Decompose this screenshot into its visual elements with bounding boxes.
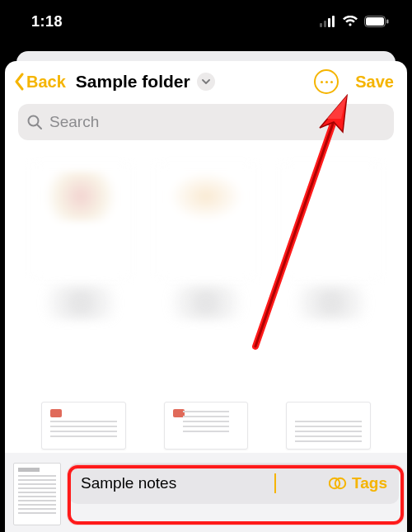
modal-sheet: Back Sample folder Save Search [5, 61, 407, 532]
chevron-down-icon [202, 79, 210, 85]
svg-line-8 [37, 125, 41, 129]
page-thumbnail[interactable] [164, 402, 249, 450]
svg-rect-0 [320, 23, 322, 27]
svg-rect-2 [328, 18, 330, 27]
svg-rect-1 [324, 21, 326, 27]
tags-button[interactable]: Tags [329, 474, 387, 492]
search-icon [26, 114, 43, 130]
page-thumbnail[interactable] [286, 402, 371, 450]
ellipsis-icon [321, 81, 323, 83]
search-placeholder: Search [49, 113, 99, 131]
note-preview-thumbnail[interactable] [13, 463, 61, 525]
wifi-icon [342, 16, 358, 27]
svg-rect-5 [366, 17, 384, 26]
status-icons [320, 16, 389, 27]
note-tile[interactable] [28, 163, 133, 320]
folder-dropdown-button[interactable] [197, 73, 215, 91]
page-thumbnail-row [5, 402, 407, 450]
svg-rect-3 [332, 16, 335, 27]
save-button[interactable]: Save [355, 73, 394, 92]
note-tile[interactable] [279, 163, 384, 320]
search-field[interactable]: Search [18, 104, 394, 140]
more-options-button[interactable] [314, 69, 339, 94]
status-time: 1:18 [31, 13, 63, 31]
note-name-field-container: Tags [69, 463, 399, 504]
tags-label: Tags [352, 474, 387, 492]
text-cursor [274, 473, 276, 493]
back-label: Back [26, 73, 66, 92]
svg-rect-6 [386, 20, 389, 24]
page-thumbnail[interactable] [41, 402, 126, 450]
note-name-input[interactable] [81, 474, 276, 492]
chevron-left-icon [13, 73, 25, 91]
notes-grid [5, 144, 407, 320]
back-button[interactable]: Back [13, 73, 66, 92]
status-bar: 1:18 [0, 0, 412, 43]
folder-title: Sample folder [76, 72, 190, 92]
battery-icon [364, 16, 389, 27]
folder-title-group[interactable]: Sample folder [76, 72, 215, 92]
cellular-icon [320, 16, 336, 27]
note-tile[interactable] [153, 163, 259, 320]
bottom-naming-bar: Tags [5, 453, 407, 532]
tags-icon [329, 476, 347, 491]
navigation-bar: Back Sample folder Save [5, 61, 407, 97]
